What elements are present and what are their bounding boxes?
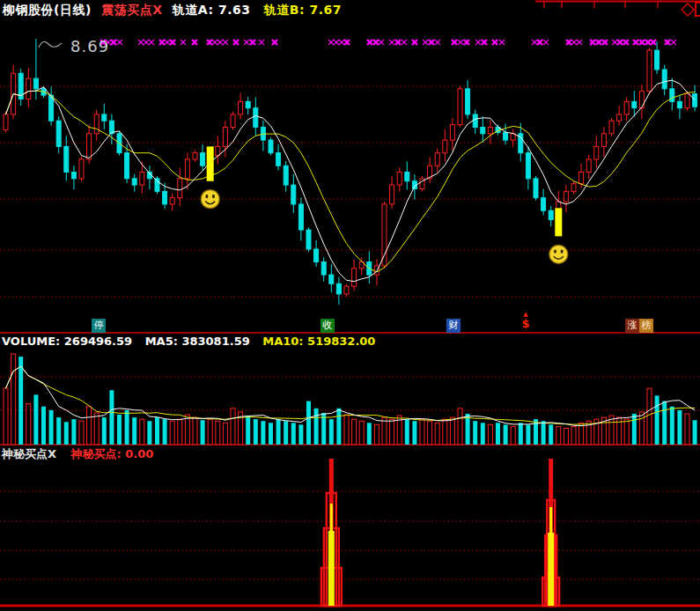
stock-title: 柳钢股份(日线) xyxy=(3,3,92,17)
volume-ma10-label: MA10: xyxy=(262,335,303,348)
diamond-icon[interactable] xyxy=(682,4,694,16)
rank-char-2: 榜 xyxy=(639,319,653,333)
track-a-label: 轨道A: xyxy=(173,3,214,17)
signal-pane[interactable] xyxy=(0,462,700,608)
rank-char-1: 涨 xyxy=(625,319,639,333)
volume-ma5-label: MA5: xyxy=(145,335,178,348)
volume-label: VOLUME: xyxy=(2,335,60,348)
peak-price-label: 8.69 xyxy=(70,37,109,55)
volume-ma10-value: 519832.00 xyxy=(307,335,375,348)
track-b-value: 7.67 xyxy=(310,3,343,17)
corner-box-icon[interactable] xyxy=(696,3,700,16)
signal-header: 神秘买点X 神秘买点: 0.00 xyxy=(2,446,153,462)
signal-label: 神秘买点: xyxy=(71,447,122,460)
volume-header: VOLUME: 269496.59 MA5: 383081.59 MA10: 5… xyxy=(2,335,375,348)
badge-cai-button[interactable]: 财 xyxy=(446,319,461,333)
indicator-name[interactable]: 震荡买点X xyxy=(101,3,162,17)
signal-pane-title[interactable]: 神秘买点X xyxy=(2,447,56,460)
dollar-icon: $ xyxy=(518,318,534,330)
track-b-label: 轨道B: xyxy=(264,3,305,17)
badge-stop-button[interactable]: 停 xyxy=(92,319,106,333)
top-ruler xyxy=(535,1,700,16)
badge-rank-button[interactable]: 涨 榜 xyxy=(625,319,653,333)
chart-title-bar: 柳钢股份(日线) 震荡买点X 轨道A: 7.63 轨道B: 7.67 xyxy=(3,3,342,18)
badge-dollar-button[interactable]: ▲ $ xyxy=(518,312,534,330)
signal-value: 0.00 xyxy=(125,447,153,460)
chart-canvas xyxy=(0,0,700,611)
stock-chart-window: 柳钢股份(日线) 震荡买点X 轨道A: 7.63 轨道B: 7.67 8.69 … xyxy=(0,0,700,611)
main-price-pane[interactable] xyxy=(0,26,700,333)
track-a-value: 7.63 xyxy=(218,3,251,17)
volume-ma5-value: 383081.59 xyxy=(181,335,249,348)
volume-value: 269496.59 xyxy=(64,335,132,348)
badge-shou-button[interactable]: 收 xyxy=(321,319,335,333)
volume-pane[interactable] xyxy=(0,334,700,445)
